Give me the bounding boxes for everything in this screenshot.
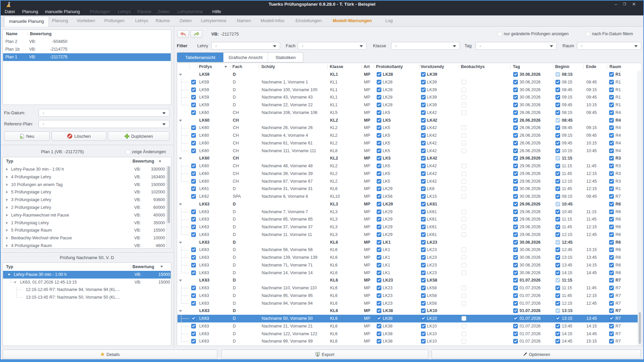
protokollanty-checkbox[interactable]: [377, 316, 381, 321]
tab-r-ume[interactable]: Räume: [156, 15, 170, 26]
plan-col-name[interactable]: Name: [6, 30, 17, 38]
beobachtys-checkbox[interactable]: [462, 270, 466, 275]
beginn-checkbox[interactable]: [555, 118, 560, 123]
menu-hilfe[interactable]: Hilfe: [212, 8, 221, 15]
exam-row[interactable]: LK59DNachname 1, Vorname 1KL1MPLK28LK393…: [177, 78, 641, 86]
tab-planung[interactable]: Planung: [52, 15, 68, 26]
beobachtys-checkbox[interactable]: [462, 148, 466, 153]
row-checkbox[interactable]: [191, 209, 196, 214]
col-header-klasse[interactable]: Klasse: [330, 63, 343, 71]
row-checkbox[interactable]: [191, 87, 196, 92]
vorsitzendy-checkbox[interactable]: [421, 217, 426, 222]
exam-row[interactable]: LK62SPANachname 6, Vorname 6KL10MPLK56LK…: [177, 193, 641, 200]
protokollanty-checkbox[interactable]: [377, 247, 381, 252]
expand-icon[interactable]: [6, 183, 8, 186]
vorsitzendy-checkbox[interactable]: [421, 72, 426, 77]
exam-row[interactable]: LK60CHNachname 106, Vorname 106KL5MPLK5L…: [177, 109, 641, 117]
exam-row[interactable]: LK61DNachname 31, Vorname 31KL6MPLK29LK8…: [177, 185, 641, 193]
expand-icon[interactable]: [6, 191, 8, 193]
nach-fixdatum-checkbox[interactable]: [586, 32, 590, 36]
duplizieren-button[interactable]: Duplizieren: [108, 131, 169, 141]
exam-group-row[interactable]: LK63DKL6MPLK1LK2330.06.202612:45R6: [177, 239, 641, 246]
collapse-icon[interactable]: [8, 274, 10, 276]
protokollanty-checkbox[interactable]: [377, 125, 381, 130]
exam-row[interactable]: LK59DNachname 100, Vorname 100KL1MPLK28L…: [177, 86, 641, 94]
restore-icon[interactable]: ❐: [621, 1, 628, 8]
tag-checkbox[interactable]: [513, 87, 518, 92]
row-checkbox[interactable]: [191, 110, 196, 115]
beobachtys-checkbox[interactable]: [462, 255, 466, 260]
vorsitzendy-checkbox[interactable]: [421, 308, 426, 313]
protokollanty-checkbox[interactable]: [377, 141, 381, 145]
beobachtys-checkbox[interactable]: [462, 301, 466, 306]
beginn-checkbox[interactable]: [555, 87, 560, 92]
raum-checkbox[interactable]: [609, 133, 614, 138]
raum-checkbox[interactable]: [609, 118, 614, 123]
tag-checkbox[interactable]: [513, 125, 518, 130]
tab-lehrys[interactable]: Lehrys: [135, 15, 148, 26]
beginn-checkbox[interactable]: [555, 133, 560, 138]
exam-row[interactable]: LK60CHNachname 4, Vorname 4KL2MPLK5LK422…: [177, 132, 641, 139]
vorsitzendy-checkbox[interactable]: [421, 171, 426, 176]
exam-row[interactable]: LK63DNachname 99, Vorname 99KL6MPLK38LK1…: [177, 338, 641, 345]
vorsitzendy-checkbox[interactable]: [421, 87, 426, 92]
bewertung-row[interactable]: 3 Prüfungstage LehryVB:93600: [3, 196, 166, 204]
beginn-checkbox[interactable]: [555, 301, 560, 306]
raum-checkbox[interactable]: [609, 164, 614, 168]
export-button[interactable]: Export: [221, 350, 428, 359]
protokollanty-checkbox[interactable]: [377, 255, 381, 260]
beobachtys-checkbox[interactable]: [462, 232, 466, 237]
raum-checkbox[interactable]: [609, 72, 614, 77]
beginn-checkbox[interactable]: [555, 202, 560, 206]
raum-checkbox[interactable]: [609, 324, 614, 328]
expand-icon[interactable]: [6, 244, 8, 247]
beobachtys-checkbox[interactable]: [462, 331, 466, 336]
row-checkbox[interactable]: [191, 141, 196, 145]
exam-row[interactable]: LK60CHNachname 26, Vorname 26KL2MPLK5LK4…: [177, 124, 641, 132]
tab-modell-warnungen[interactable]: Modell-Warnungen: [333, 15, 372, 26]
row-checkbox[interactable]: [191, 95, 196, 100]
bewertung-row[interactable]: 1 Prüfungstag LehryVB:35000: [3, 219, 166, 227]
protokollanty-checkbox[interactable]: [377, 209, 381, 214]
raum-checkbox[interactable]: [609, 240, 614, 245]
filter-tag-dropdown[interactable]: -: [476, 42, 557, 50]
row-checkbox[interactable]: [191, 103, 196, 107]
plan-col-bewertung[interactable]: Bewertung: [30, 30, 52, 38]
raum-checkbox[interactable]: [609, 125, 614, 130]
row-checkbox[interactable]: [191, 286, 196, 290]
expand-icon[interactable]: [6, 229, 8, 232]
beobachtys-checkbox[interactable]: [462, 125, 466, 130]
tab-zeiten[interactable]: Zeiten: [179, 15, 192, 26]
tag-checkbox[interactable]: [513, 247, 518, 252]
beginn-checkbox[interactable]: [555, 255, 560, 260]
beginn-checkbox[interactable]: [555, 179, 560, 184]
exam-row[interactable]: LK63DNachname 110, Vorname 110KL6MPLK23L…: [177, 284, 641, 292]
exam-row[interactable]: LK63DNachname 122, Vorname 122KL6MPLK38L…: [177, 330, 641, 338]
vorsitzendy-checkbox[interactable]: [421, 324, 426, 328]
plan-row[interactable]: Plan 2VB:-504850: [3, 38, 171, 46]
close-icon[interactable]: ✕: [631, 1, 637, 8]
tag-checkbox[interactable]: [513, 331, 518, 336]
beobachtys-checkbox[interactable]: [462, 286, 466, 290]
beginn-checkbox[interactable]: [555, 209, 560, 214]
collapse-icon[interactable]: [179, 280, 182, 282]
raum-checkbox[interactable]: [609, 293, 614, 298]
exam-group-row[interactable]: LK60CHKL2MPLK5LK4226.06.202608:45R4: [177, 117, 641, 124]
bewertung-row[interactable]: Beobachty-Wechsel ohne PauseVB:10000: [3, 234, 166, 242]
filter-lehry-dropdown[interactable]: -: [211, 42, 280, 50]
plan-row[interactable]: Plan 1VB:-2117275: [3, 53, 171, 61]
row-checkbox[interactable]: [191, 324, 196, 328]
filter-fach-dropdown[interactable]: -: [298, 42, 367, 50]
vorsitzendy-checkbox[interactable]: [421, 133, 426, 138]
protokollanty-checkbox[interactable]: [377, 202, 381, 206]
row-checkbox[interactable]: [191, 164, 196, 168]
beginn-checkbox[interactable]: [555, 194, 560, 199]
beginn-checkbox[interactable]: [555, 286, 560, 290]
exam-row[interactable]: LK63DNachname 11, Vorname 11KL3MPLK29LK6…: [177, 231, 641, 239]
tag-checkbox[interactable]: [513, 209, 518, 214]
vorsitzendy-checkbox[interactable]: [421, 316, 426, 321]
typ-col-header[interactable]: Typ: [6, 157, 13, 166]
referenz-plan-dropdown[interactable]: -: [39, 120, 169, 128]
tag-checkbox[interactable]: [513, 308, 518, 313]
beobachtys-checkbox[interactable]: [462, 209, 466, 214]
